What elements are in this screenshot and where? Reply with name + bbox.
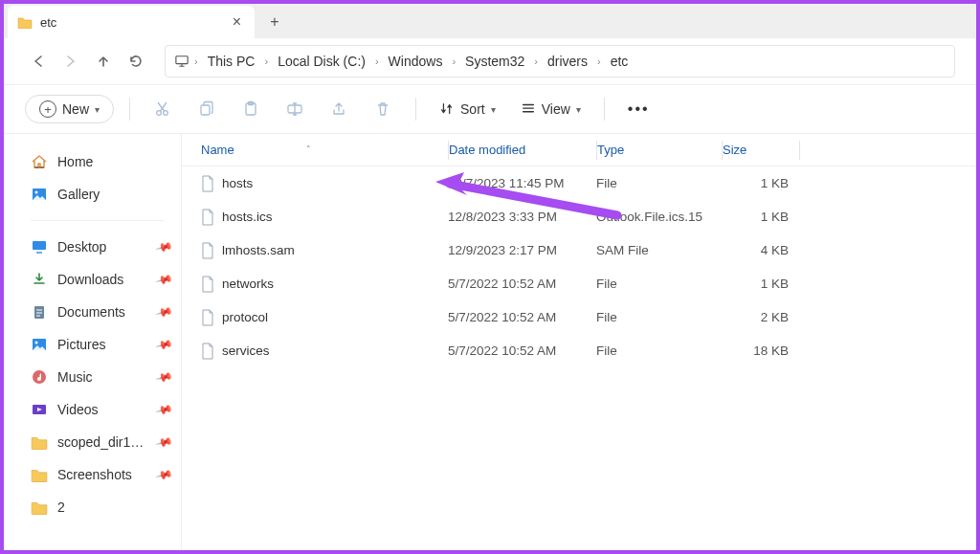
sidebar-item-documents[interactable]: Documents 📌	[4, 296, 181, 328]
file-row[interactable]: services5/7/2022 10:52 AMFile18 KB	[182, 334, 976, 367]
file-name: networks	[222, 277, 274, 291]
crumb-this-pc[interactable]: This PC	[202, 52, 261, 71]
separator	[129, 98, 130, 121]
rename-button[interactable]	[278, 92, 312, 126]
share-button[interactable]	[322, 92, 356, 126]
file-name: protocol	[222, 310, 268, 324]
sidebar-item-home[interactable]: Home	[4, 145, 181, 178]
sidebar: Home Gallery Desktop 📌 Downloads 📌 Docum…	[4, 134, 182, 550]
downloads-icon	[31, 272, 48, 287]
crumb-windows[interactable]: Windows	[383, 52, 449, 71]
column-header-size[interactable]: Size	[723, 143, 799, 157]
trash-icon	[374, 100, 391, 118]
crumb-c-drive[interactable]: Local Disk (C:)	[272, 52, 371, 71]
sidebar-item-desktop[interactable]: Desktop 📌	[4, 231, 181, 263]
nav-bar: › This PC› Local Disk (C:)› Windows› Sys…	[4, 38, 976, 84]
sidebar-item-label: Downloads	[57, 272, 123, 287]
videos-icon	[31, 402, 48, 417]
file-size: 18 KB	[722, 343, 798, 358]
arrow-up-icon	[96, 54, 111, 69]
copy-button[interactable]	[189, 92, 224, 126]
folder-icon	[17, 15, 33, 29]
up-button[interactable]	[90, 48, 117, 75]
chevron-right-icon: ›	[373, 55, 381, 67]
sidebar-item-label: Pictures	[57, 337, 106, 352]
file-size: 2 KB	[722, 310, 798, 324]
file-type: File	[596, 176, 722, 190]
file-date: 12/7/2023 11:45 PM	[448, 176, 596, 190]
column-header-name[interactable]: Name ˄	[182, 143, 448, 157]
forward-button[interactable]	[57, 48, 84, 75]
refresh-button[interactable]	[122, 48, 149, 75]
file-icon	[201, 309, 214, 326]
documents-icon	[31, 304, 48, 320]
file-icon	[201, 276, 214, 293]
back-button[interactable]	[25, 48, 52, 75]
tab-etc[interactable]: etc ×	[8, 6, 255, 38]
home-icon	[31, 154, 48, 169]
sidebar-item-label: Videos	[57, 402, 99, 417]
sidebar-item-label: scoped_dir15168	[57, 434, 147, 450]
pin-icon: 📌	[155, 335, 174, 354]
delete-button[interactable]	[366, 92, 400, 126]
view-icon	[521, 101, 536, 117]
sidebar-item-downloads[interactable]: Downloads 📌	[4, 263, 181, 296]
cut-button[interactable]	[145, 92, 180, 126]
column-label: Name	[201, 143, 234, 157]
column-label: Type	[597, 143, 624, 157]
sort-button[interactable]: Sort ▾	[432, 98, 503, 121]
paste-button[interactable]	[234, 92, 268, 126]
file-date: 12/8/2023 3:33 PM	[448, 210, 596, 224]
more-button[interactable]: •••	[620, 97, 657, 122]
file-size: 1 KB	[722, 277, 798, 291]
sidebar-item-label: Gallery	[57, 187, 100, 202]
sidebar-item-label: Documents	[57, 304, 125, 320]
address-bar[interactable]: › This PC› Local Disk (C:)› Windows› Sys…	[165, 45, 955, 78]
file-name: services	[222, 343, 270, 358]
file-icon	[201, 343, 214, 360]
file-row[interactable]: hosts12/7/2023 11:45 PMFile1 KB	[182, 166, 976, 200]
pin-icon: 📌	[155, 367, 174, 387]
separator	[604, 98, 605, 121]
close-tab-button[interactable]: ×	[229, 11, 245, 33]
sidebar-item-pictures[interactable]: Pictures 📌	[4, 328, 181, 361]
crumb-etc[interactable]: etc	[605, 52, 635, 71]
file-name: lmhosts.sam	[222, 243, 295, 257]
sidebar-item-2[interactable]: 2	[4, 491, 181, 523]
sidebar-item-scoped-dir[interactable]: scoped_dir15168 📌	[4, 426, 181, 458]
file-type: File	[596, 277, 722, 291]
sidebar-item-music[interactable]: Music 📌	[4, 361, 181, 393]
view-button[interactable]: View ▾	[513, 98, 589, 121]
file-row[interactable]: hosts.ics12/8/2023 3:33 PMOutlook.File.i…	[182, 200, 976, 233]
copy-icon	[198, 100, 215, 118]
file-size: 1 KB	[722, 176, 798, 190]
file-row[interactable]: networks5/7/2022 10:52 AMFile1 KB	[182, 267, 976, 300]
sidebar-item-videos[interactable]: Videos 📌	[4, 393, 181, 426]
sort-label: Sort	[460, 101, 485, 117]
chevron-right-icon: ›	[450, 55, 457, 67]
rename-icon	[286, 100, 303, 118]
file-type: Outlook.File.ics.15	[596, 210, 722, 224]
crumb-system32[interactable]: System32	[459, 52, 530, 71]
chevron-right-icon: ›	[595, 55, 603, 67]
plus-icon: +	[39, 100, 56, 118]
new-tab-button[interactable]: +	[260, 8, 289, 36]
separator	[415, 98, 416, 121]
sidebar-item-screenshots[interactable]: Screenshots 📌	[4, 458, 181, 491]
tab-bar: etc × +	[4, 4, 976, 38]
folder-icon	[31, 434, 48, 450]
crumb-drivers[interactable]: drivers	[542, 52, 593, 71]
gallery-icon	[31, 187, 48, 202]
new-label: New	[62, 101, 89, 117]
new-button[interactable]: + New ▾	[25, 95, 114, 123]
view-label: View	[542, 101, 570, 117]
file-list: Name ˄ Date modified Type Size hosts12/7…	[182, 134, 976, 550]
sidebar-item-gallery[interactable]: Gallery	[4, 178, 181, 211]
file-date: 5/7/2022 10:52 AM	[448, 277, 596, 291]
file-row[interactable]: lmhosts.sam12/9/2023 2:17 PMSAM File4 KB	[182, 233, 976, 267]
file-size: 1 KB	[722, 210, 798, 224]
chevron-down-icon: ▾	[491, 104, 496, 115]
file-row[interactable]: protocol5/7/2022 10:52 AMFile2 KB	[182, 300, 976, 334]
column-header-type[interactable]: Type	[597, 143, 722, 157]
column-header-date[interactable]: Date modified	[449, 143, 596, 157]
